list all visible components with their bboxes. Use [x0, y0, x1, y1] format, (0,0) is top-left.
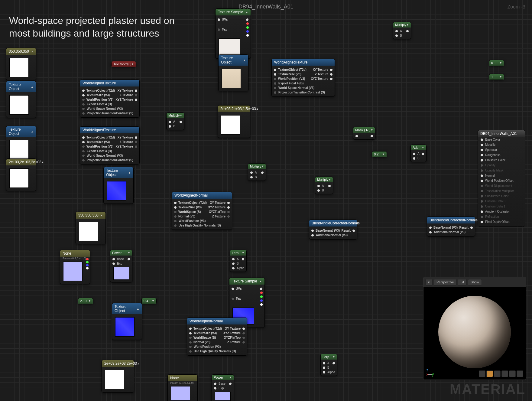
preview-show-button[interactable]: Show	[468, 279, 482, 285]
thumb-white	[9, 58, 29, 77]
texture-object-tan[interactable]: Texture Object▲	[218, 54, 248, 91]
output-pin-ambient-occlusion[interactable]: Ambient Occlusion	[478, 209, 525, 214]
add-node[interactable]: Add▼ A B	[410, 145, 427, 162]
param-none-a[interactable]: None Param (0.4,0.4,1,0)	[60, 250, 90, 284]
collapse-icon[interactable]: ▲	[41, 161, 44, 164]
output-pin-subsurface-color[interactable]: Subsurface Color	[478, 194, 525, 199]
collapse-icon[interactable]: ▼	[382, 153, 385, 156]
const-2e3-a[interactable]: 2e+03,2e+03,2e+03▲	[6, 158, 36, 191]
thumb-power	[113, 267, 129, 280]
collapse-icon[interactable]: ▲	[256, 107, 259, 110]
collapse-icon[interactable]: ▼	[242, 251, 245, 254]
world-aligned-normal-a[interactable]: WorldAlignedNormal TextureObject (T2d)XY…	[172, 192, 232, 230]
output-pin-opacity[interactable]: Opacity	[478, 163, 525, 168]
mask-r-node[interactable]: Mask ( R )▼	[353, 127, 375, 140]
lerp-node-b[interactable]: Lerp▼ A B Alpha	[320, 354, 337, 376]
collapse-icon[interactable]: ▼	[229, 376, 232, 379]
preview-shape-cylinder[interactable]	[479, 370, 485, 377]
world-aligned-texture-c[interactable]: WorldAlignedTexture TextureObject (T2d)X…	[271, 59, 335, 97]
output-pin-refraction[interactable]: Refraction	[478, 214, 525, 219]
output-pin-emissive-color[interactable]: Emissive Color	[478, 158, 525, 163]
output-pin-world-displacement[interactable]: World Displacement	[478, 183, 525, 188]
preview-sphere[interactable]	[438, 296, 511, 368]
collapse-icon[interactable]: ▲	[100, 214, 103, 217]
collapse-icon[interactable]: ▼	[371, 129, 373, 132]
collapse-icon[interactable]: ▼	[422, 146, 424, 149]
blend-normals-b[interactable]: BlendAngleCorrectedNormals BaseNormal (V…	[427, 217, 475, 236]
texture-object-a[interactable]: Texture Object▲	[6, 81, 36, 118]
collapse-icon[interactable]: ▲	[31, 130, 34, 133]
collapse-icon[interactable]: ▼	[128, 251, 130, 254]
texture-object-b[interactable]: Texture Object▲	[6, 126, 36, 163]
output-pin-normal[interactable]: Normal	[478, 173, 525, 178]
lerp-node-a[interactable]: Lerp▼ A B Alpha	[230, 250, 247, 272]
const-0.4[interactable]: 0.4▼	[141, 298, 157, 304]
power-node-b[interactable]: Power▼ Base Exp	[212, 374, 234, 401]
preview-shape-mesh[interactable]	[509, 370, 516, 377]
preview-shape-custom[interactable]	[517, 370, 523, 377]
world-aligned-normal-b[interactable]: WorldAlignedNormal TextureObject (T2d)XY…	[187, 318, 247, 356]
power-node-a[interactable]: Power▼ Base Exp	[110, 250, 132, 282]
multiply-node-c[interactable]: Multiply▼ A B	[248, 163, 266, 181]
preview-shape-cube[interactable]	[501, 370, 508, 377]
collapse-icon[interactable]: ▲	[259, 280, 262, 283]
output-pin-opacity-mask[interactable]: Opacity Mask	[478, 168, 525, 173]
preview-shape-plane[interactable]	[494, 370, 501, 377]
const-2e3-b[interactable]: 2e+03,2e+03,1.5e+03▲	[218, 105, 250, 138]
output-pin-tessellation-multiplier[interactable]: Tessellation Multiplier	[478, 188, 525, 194]
preview-axis-gizmo: zx—y	[427, 368, 434, 377]
const-0.2[interactable]: 0.2▼	[372, 151, 387, 157]
collapse-icon[interactable]: ▼	[328, 178, 331, 181]
multiply-node-b[interactable]: Multiply▼ A B	[393, 22, 411, 39]
collapse-icon[interactable]: ▲	[137, 362, 140, 365]
collapse-icon[interactable]: ▼	[131, 63, 134, 66]
const-2e3-c[interactable]: 2e+03,2e+03,2e+03▲	[102, 360, 134, 393]
collapse-icon[interactable]: ▲	[31, 50, 34, 53]
output-pin-base-color[interactable]: Base Color	[478, 137, 525, 142]
texcoord-node[interactable]: TexCoord[0]▼	[111, 61, 136, 67]
blend-normals-a[interactable]: BlendAngleCorrectedNormals BaseNormal (V…	[309, 220, 357, 240]
material-output-node[interactable]: DB94_InnerWalls_A01 Base ColorMetallicSp…	[478, 130, 525, 227]
texture-sample-top[interactable]: Texture Sample▲ UVs Tex	[215, 8, 251, 59]
output-pin-metallic[interactable]: Metallic	[478, 142, 525, 147]
const-350-b[interactable]: 350,350,350▲	[76, 212, 106, 244]
preview-menu-icon[interactable]: ▾	[425, 279, 433, 285]
output-pin-specular[interactable]: Specular	[478, 147, 525, 152]
collapse-icon[interactable]: ▼	[261, 165, 264, 168]
thumb-param	[171, 386, 190, 401]
collapse-icon[interactable]: ▼	[180, 114, 182, 117]
multiply-node-a[interactable]: Multiply▼ A B	[166, 112, 184, 130]
preview-lit-button[interactable]: Lit	[458, 279, 467, 285]
const-0[interactable]: 0▼	[489, 60, 504, 66]
preview-shape-sphere[interactable]	[486, 370, 493, 377]
param-none-b[interactable]: None Param (0.4,0.4,1,0)	[167, 374, 198, 401]
thumb-noise	[219, 38, 240, 55]
const-2.19[interactable]: 2.19▼	[78, 298, 93, 304]
output-pin-roughness[interactable]: Roughness	[478, 152, 525, 158]
output-pin-world-position-offset[interactable]: World Position Offset	[478, 178, 525, 183]
world-aligned-texture-a[interactable]: WorldAlignedTexture TextureObject (T2d)X…	[80, 80, 140, 118]
preview-perspective-button[interactable]: Perspective	[434, 279, 456, 285]
collapse-icon[interactable]: ▼	[499, 61, 502, 64]
thumb-param	[63, 262, 83, 281]
collapse-icon[interactable]: ▼	[332, 355, 335, 358]
const-1[interactable]: 1▼	[489, 74, 504, 80]
texture-object-normal-a[interactable]: Texture Object▲	[103, 167, 134, 204]
collapse-icon[interactable]: ▼	[406, 23, 409, 26]
collapse-icon[interactable]: ▲	[243, 59, 246, 62]
collapse-icon[interactable]: ▼	[499, 75, 502, 78]
multiply-node-d[interactable]: Multiply▼ A B	[315, 177, 333, 194]
world-aligned-texture-b[interactable]: WorldAlignedTexture TextureObject (T2d)X…	[80, 126, 140, 165]
collapse-icon[interactable]: ▼	[88, 299, 91, 302]
collapse-icon[interactable]: ▲	[137, 307, 139, 310]
collapse-icon[interactable]: ▲	[128, 171, 131, 174]
collapse-icon[interactable]: ▲	[31, 85, 34, 88]
output-pin-custom-data-1[interactable]: Custom Data 1	[478, 204, 525, 209]
output-pin-custom-data-0[interactable]: Custom Data 0	[478, 199, 525, 204]
collapse-icon[interactable]: ▼	[152, 299, 154, 302]
material-preview-panel[interactable]: ▾ Perspective Lit Show zx—y	[423, 277, 526, 380]
output-pin-pixel-depth-offset[interactable]: Pixel Depth Offset	[478, 219, 525, 224]
const-350-a[interactable]: 350,350,350▲	[6, 48, 36, 80]
collapse-icon[interactable]: ▲	[245, 11, 248, 14]
texture-object-normal-b[interactable]: Texture Object▲	[112, 303, 142, 340]
